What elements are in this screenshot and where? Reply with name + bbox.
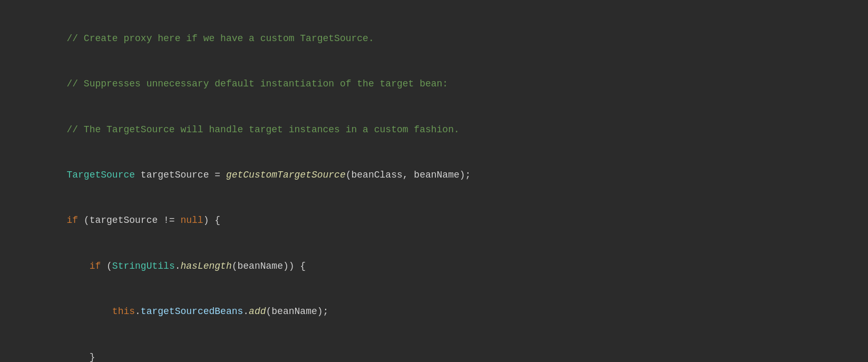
code-6b: (beanName)) { (232, 261, 306, 271)
method-add: add (249, 306, 266, 317)
keyword-if-6: if (44, 261, 101, 271)
dot-7b: . (243, 306, 249, 317)
line-5: if (targetSource != null) { (21, 198, 847, 243)
line-2: // Suppresses unnecessary default instan… (21, 61, 847, 106)
brace-8: } (44, 352, 95, 362)
method-haslength: hasLength (181, 261, 232, 271)
field-targetsourcedbeans: targetSourcedBeans (141, 306, 243, 317)
line-7: this.targetSourcedBeans.add(beanName); (21, 289, 847, 334)
line-8: } (21, 335, 847, 362)
code-editor: // Create proxy here if we have a custom… (0, 0, 868, 362)
keyword-this-7: this (44, 306, 135, 317)
comment-3: // The TargetSource will handle target i… (44, 124, 460, 135)
code-7b: (beanName); (266, 306, 329, 317)
punct-4b: (beanClass, beanName); (346, 170, 471, 180)
brace-5: ) { (203, 215, 220, 226)
line-6: if (StringUtils.hasLength(beanName)) { (21, 243, 847, 289)
method-getcustomtargetsource: getCustomTargetSource (226, 170, 346, 180)
code-5: (targetSource != (78, 215, 180, 226)
code-6a: ( (101, 261, 112, 271)
line-3: // The TargetSource will handle target i… (21, 107, 847, 152)
keyword-if: if (44, 215, 78, 226)
punct-4: targetSource = (135, 170, 226, 180)
type-targetsource: TargetSource (44, 170, 135, 180)
line-4: TargetSource targetSource = getCustomTar… (21, 152, 847, 198)
line-1: // Create proxy here if we have a custom… (21, 16, 847, 61)
dot-7: . (135, 306, 141, 317)
dot-6: . (175, 261, 181, 271)
keyword-null-5: null (180, 215, 203, 226)
comment-2: // Suppresses unnecessary default instan… (44, 79, 448, 89)
comment-1: // Create proxy here if we have a custom… (44, 33, 374, 44)
type-stringutils: StringUtils (112, 261, 175, 271)
